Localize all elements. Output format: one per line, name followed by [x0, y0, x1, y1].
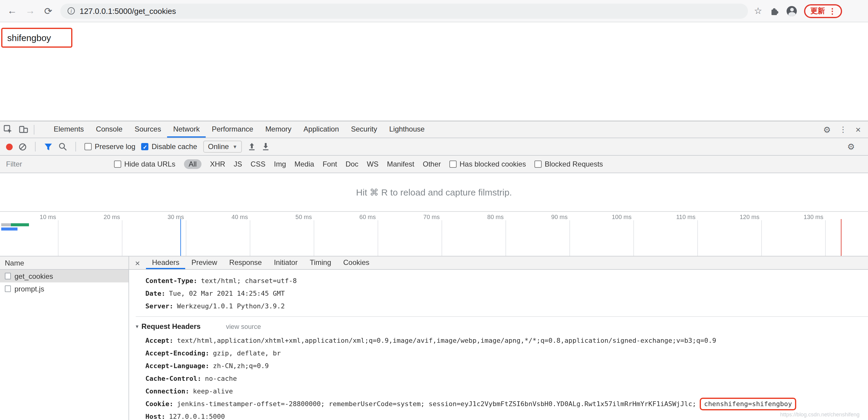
- checkbox-unchecked[interactable]: [85, 143, 92, 150]
- devtools-settings-icon[interactable]: ⚙: [823, 125, 831, 134]
- gridline: [378, 220, 378, 256]
- filter-type-media[interactable]: Media: [294, 160, 314, 168]
- profile-avatar[interactable]: [787, 6, 797, 16]
- checkbox-unchecked[interactable]: [450, 160, 457, 168]
- request-header-line: Accept-Encoding:gzip, deflate, br: [145, 347, 868, 360]
- url-text[interactable]: 127.0.0.1:5000/get_cookies: [80, 6, 176, 16]
- filter-type-ws[interactable]: WS: [367, 160, 378, 168]
- checkbox-unchecked[interactable]: [534, 160, 542, 168]
- close-details-icon[interactable]: ×: [129, 257, 146, 269]
- forward-icon[interactable]: →: [24, 5, 36, 16]
- gridline: [250, 220, 250, 256]
- request-headers-section[interactable]: ▾ Request Headers view source: [136, 316, 868, 333]
- chrome-update-button[interactable]: 更新 ⋮: [804, 4, 842, 18]
- tab-cookies[interactable]: Cookies: [337, 257, 375, 269]
- tab-network[interactable]: Network: [167, 121, 206, 138]
- details-tabbar: × Headers Preview Response Initiator Tim…: [129, 257, 868, 270]
- preserve-log-checkbox[interactable]: Preserve log: [85, 142, 135, 151]
- network-overview-ruler[interactable]: 10 ms 20 ms 30 ms 40 ms 50 ms 60 ms 70 m…: [0, 211, 868, 257]
- filter-type-other[interactable]: Other: [423, 160, 441, 168]
- checkbox-checked[interactable]: ✓: [142, 143, 149, 150]
- header-value: 127.0.0.1:5000: [169, 413, 225, 420]
- tab-performance[interactable]: Performance: [206, 121, 259, 138]
- tab-elements[interactable]: Elements: [48, 121, 90, 138]
- tab-preview[interactable]: Preview: [185, 257, 223, 269]
- view-source-link[interactable]: view source: [226, 321, 261, 333]
- request-row-prompt-js[interactable]: prompt.js: [0, 282, 128, 295]
- network-settings-icon[interactable]: ⚙: [847, 142, 862, 151]
- address-bar[interactable]: i 127.0.0.1:5000/get_cookies: [60, 3, 748, 19]
- tab-console[interactable]: Console: [90, 121, 128, 138]
- filter-type-img[interactable]: Img: [274, 160, 286, 168]
- tab-security[interactable]: Security: [345, 121, 383, 138]
- tab-memory[interactable]: Memory: [259, 121, 298, 138]
- filter-input[interactable]: [6, 160, 105, 168]
- has-blocked-cookies-checkbox[interactable]: Has blocked cookies: [450, 160, 526, 168]
- checkbox-unchecked[interactable]: [114, 160, 121, 168]
- tick-label: 10 ms: [20, 214, 56, 220]
- devtools-menu-icon[interactable]: ⋮: [839, 125, 847, 134]
- gridline: [441, 220, 442, 256]
- tab-sources[interactable]: Sources: [128, 121, 167, 138]
- tick-label: 100 ms: [595, 214, 631, 220]
- triangle-down-icon[interactable]: ▾: [136, 321, 138, 333]
- tab-headers[interactable]: Headers: [146, 257, 185, 269]
- blocked-requests-checkbox[interactable]: Blocked Requests: [534, 160, 603, 168]
- extensions-puzzle-icon[interactable]: [769, 6, 780, 16]
- response-header-line: Server:Werkzeug/1.0.1 Python/3.9.2: [145, 300, 868, 312]
- import-har-icon[interactable]: [248, 142, 256, 151]
- tab-application[interactable]: Application: [298, 121, 345, 138]
- filter-type-manifest[interactable]: Manifest: [387, 160, 414, 168]
- response-header-line: Date:Tue, 02 Mar 2021 14:25:45 GMT: [145, 287, 868, 300]
- filter-type-js[interactable]: JS: [234, 160, 242, 168]
- record-icon[interactable]: [6, 143, 13, 150]
- tab-response[interactable]: Response: [223, 257, 268, 269]
- filter-funnel-icon[interactable]: [44, 143, 53, 151]
- reload-icon[interactable]: ⟳: [42, 5, 54, 17]
- devtools-close-icon[interactable]: ×: [855, 124, 861, 134]
- inspect-element-icon[interactable]: [0, 121, 16, 138]
- export-har-icon[interactable]: [262, 142, 270, 151]
- request-name: prompt.js: [14, 284, 44, 293]
- reload-hint-text: Hit ⌘ R to reload and capture filmstrip.: [356, 187, 512, 198]
- tab-initiator[interactable]: Initiator: [268, 257, 304, 269]
- clear-icon[interactable]: [19, 143, 27, 151]
- requests-name-header[interactable]: Name: [0, 257, 128, 270]
- gridline: [186, 220, 186, 256]
- site-info-icon[interactable]: i: [67, 7, 75, 14]
- request-header-line-cookie: Cookie:jenkins-timestamper-offset=-28800…: [145, 398, 868, 410]
- disable-cache-checkbox[interactable]: ✓ Disable cache: [142, 142, 197, 151]
- throttling-select[interactable]: Online ▼: [203, 141, 242, 153]
- back-icon[interactable]: ←: [6, 5, 18, 16]
- filter-type-doc[interactable]: Doc: [346, 160, 359, 168]
- filter-type-font[interactable]: Font: [323, 160, 337, 168]
- bookmark-star-icon[interactable]: ☆: [754, 5, 762, 16]
- name-header-label: Name: [5, 259, 24, 267]
- overview-bar-gray: [1, 223, 11, 226]
- requests-column: Name get_cookies prompt.js: [0, 257, 129, 420]
- tick-label: 30 ms: [148, 214, 184, 220]
- request-row-get-cookies[interactable]: get_cookies: [0, 270, 128, 282]
- request-name: get_cookies: [14, 272, 53, 280]
- tab-lighthouse[interactable]: Lighthouse: [383, 121, 430, 138]
- search-icon[interactable]: [59, 142, 67, 151]
- header-value: Tue, 02 Mar 2021 14:25:45 GMT: [169, 290, 285, 298]
- chevron-down-icon: ▼: [232, 144, 237, 149]
- browser-menu-icon[interactable]: ⋮: [829, 6, 836, 16]
- device-toolbar-icon[interactable]: [16, 121, 31, 138]
- tab-timing[interactable]: Timing: [304, 257, 337, 269]
- browser-toolbar: ← → ⟳ i 127.0.0.1:5000/get_cookies ☆ 更新 …: [0, 0, 868, 22]
- devtools-tabs: Elements Console Sources Network Perform…: [48, 121, 431, 138]
- filter-type-xhr[interactable]: XHR: [210, 160, 225, 168]
- header-name: Accept-Encoding:: [145, 350, 209, 357]
- hide-data-urls-checkbox[interactable]: Hide data URLs: [114, 160, 175, 168]
- devtools-tabbar-right: ⚙ ⋮ ×: [823, 121, 868, 138]
- network-body: Name get_cookies prompt.js × Headers Pre…: [0, 257, 868, 420]
- gridline: [697, 220, 698, 256]
- filter-type-all[interactable]: All: [184, 159, 202, 169]
- request-header-line: Cache-Control:no-cache: [145, 372, 868, 385]
- headers-content[interactable]: Content-Type:text/html; charset=utf-8 Da…: [129, 270, 868, 420]
- header-value: zh-CN,zh;q=0.9: [213, 362, 269, 370]
- devtools-tabbar: Elements Console Sources Network Perform…: [0, 121, 868, 138]
- filter-type-css[interactable]: CSS: [251, 160, 266, 168]
